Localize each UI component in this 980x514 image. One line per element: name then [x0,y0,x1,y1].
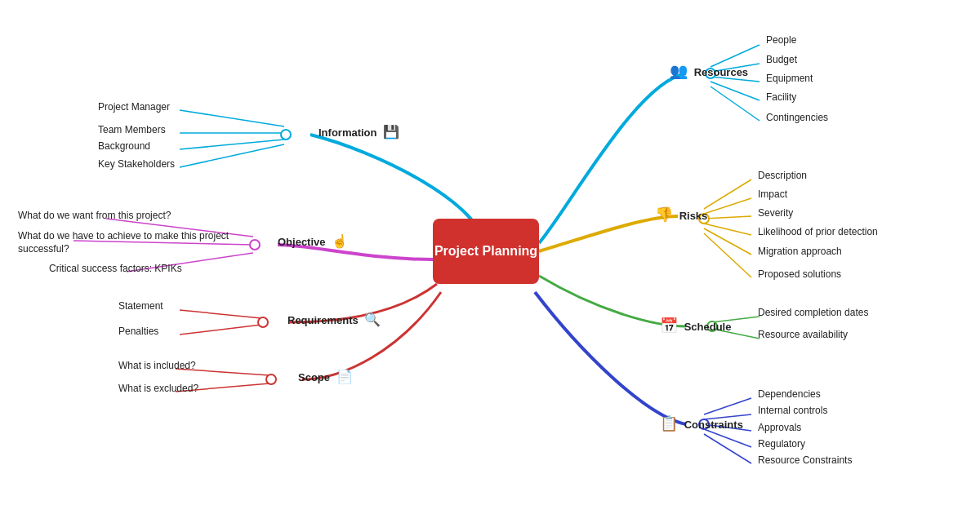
leaf-contingencies: Contingencies [766,112,828,123]
leaf-people: People [766,34,796,46]
leaf-project-manager: Project Manager [98,101,170,113]
svg-point-31 [258,317,268,327]
leaf-objective1: What do we want from this project? [18,210,171,221]
leaf-statement: Statement [118,300,163,312]
svg-line-18 [704,216,751,219]
svg-line-16 [704,179,751,209]
leaf-availability: Resource availability [758,329,848,340]
constraints-label: 📋 Constraints [660,414,743,432]
svg-line-7 [180,310,261,318]
resources-icon: 👥 [670,63,688,79]
leaf-objective2: What do we have to achieve to make this … [18,230,238,255]
leaf-resource-constraints: Resource Constraints [758,454,852,466]
leaf-solutions: Proposed solutions [758,268,841,280]
leaf-internal-controls: Internal controls [758,405,827,416]
leaf-severity: Severity [758,207,793,219]
requirements-label: Requirements 🔍 [287,312,381,327]
leaf-objective3: Critical success factors: KPIKs [49,263,182,274]
leaf-penalties: Penalties [118,326,158,337]
constraints-icon: 📋 [660,415,678,432]
leaf-dependencies: Dependencies [758,388,821,400]
leaf-team-members: Team Members [98,124,166,135]
center-node: Project Planning [433,219,539,284]
leaf-likelihood: Likelihood of prior detection [758,226,878,237]
leaf-description: Description [758,170,807,181]
resources-label: 👥 Resources [670,62,748,80]
leaf-facility: Facility [766,91,796,103]
leaf-background: Background [98,140,150,152]
schedule-label: 📅 Schedule [660,317,731,335]
leaf-key-stakeholders: Key Stakeholders [98,158,175,170]
center-label: Project Planning [434,244,537,259]
risks-label: 👎 Risks [655,206,707,224]
svg-point-29 [281,130,291,140]
svg-line-17 [704,198,751,214]
svg-line-0 [180,110,284,126]
scope-icon: 📄 [336,370,353,383]
leaf-included: What is included? [118,360,196,371]
leaf-migration: Migration approach [758,246,842,257]
objective-icon: ☝ [332,234,348,248]
svg-point-32 [266,374,276,384]
leaf-excluded: What is excluded? [118,383,198,394]
leaf-impact: Impact [758,188,787,200]
leaf-equipment: Equipment [766,73,813,84]
svg-point-30 [250,240,260,250]
information-label: Information 💾 [318,124,399,140]
svg-line-21 [704,233,751,277]
requirements-icon: 🔍 [364,312,381,326]
leaf-regulatory: Regulatory [758,438,805,450]
schedule-icon: 📅 [660,317,678,334]
svg-line-20 [704,228,751,255]
leaf-approvals: Approvals [758,422,801,433]
leaf-completion: Desired completion dates [758,307,868,318]
information-icon: 💾 [383,125,399,139]
objective-label: Objective ☝ [278,233,348,249]
svg-line-24 [704,398,751,414]
leaf-budget: Budget [766,54,797,65]
risks-icon: 👎 [655,206,673,223]
scope-label: Scope 📄 [298,369,353,384]
svg-line-19 [704,224,751,235]
svg-line-8 [180,325,261,335]
